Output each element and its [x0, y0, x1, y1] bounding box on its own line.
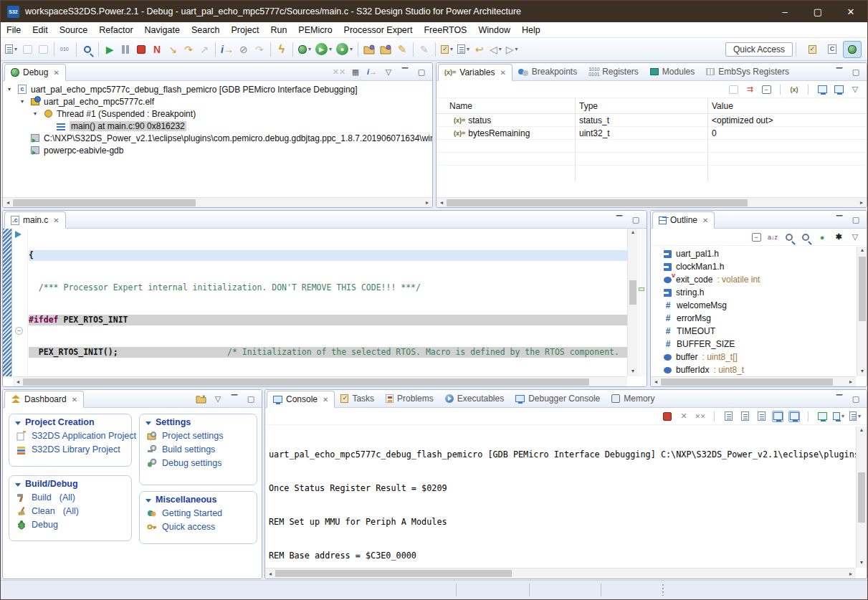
- view-menu-icon[interactable]: ▽: [849, 232, 861, 243]
- skip-breakpoints-button[interactable]: ⊘: [237, 41, 251, 58]
- remove-all-terminated-button[interactable]: ✕✕: [695, 411, 706, 422]
- resume-button[interactable]: ▶: [102, 41, 117, 58]
- outline-item-macro[interactable]: #errorMsg: [654, 312, 867, 325]
- outline-item-macro[interactable]: #TIMEOUT: [654, 325, 867, 338]
- step-over-button[interactable]: ↷: [181, 41, 196, 58]
- debug-hscroll-thumb[interactable]: [13, 199, 196, 206]
- console-hscroll-thumb[interactable]: [275, 570, 512, 577]
- open-perspective-button[interactable]: [803, 41, 821, 58]
- outline-vscrollbar[interactable]: ▴ ▾: [857, 247, 867, 376]
- hide-non-public-button[interactable]: ●: [816, 232, 828, 243]
- add-global-variables-button[interactable]: (x): [788, 84, 800, 95]
- import-example-button[interactable]: [362, 41, 377, 58]
- instruction-stepping-toggle[interactable]: i→: [366, 66, 378, 77]
- console-vscrollbar[interactable]: ▴ ▾: [856, 427, 867, 568]
- open-type-hierarchy-button[interactable]: ▾: [456, 41, 471, 58]
- column-value[interactable]: Value: [707, 101, 867, 111]
- menu-refactor[interactable]: Refactor: [93, 22, 138, 37]
- quick-access-box[interactable]: Quick Access: [725, 42, 793, 57]
- instruction-stepping-button[interactable]: i→: [219, 41, 235, 58]
- group-header[interactable]: Build/Debug: [9, 476, 131, 490]
- tab-memory[interactable]: Memory: [606, 390, 660, 407]
- minimize-button[interactable]: –: [768, 1, 801, 22]
- table-header[interactable]: Name Type Value: [437, 98, 867, 114]
- dashboard-item-quick-access[interactable]: Quick access: [140, 520, 257, 533]
- clear-console-button[interactable]: [722, 411, 734, 422]
- column-name[interactable]: Name: [437, 101, 575, 111]
- show-on-stdout-button[interactable]: [772, 411, 783, 422]
- outline-item-variable[interactable]: exit_code : volatile int: [654, 273, 867, 286]
- tab-problems[interactable]: Problems: [380, 390, 439, 407]
- maximize-view-button[interactable]: ▢: [630, 214, 642, 225]
- code-line[interactable]: {: [29, 250, 627, 261]
- sort-button[interactable]: a↓z: [767, 232, 778, 243]
- maximize-view-button[interactable]: ▢: [850, 393, 862, 404]
- tab-dashboard[interactable]: Dashboard ✕: [4, 391, 84, 408]
- dashboard-item-getting-started[interactable]: Getting Started: [140, 506, 257, 520]
- group-header[interactable]: Project Creation: [9, 414, 131, 429]
- display-selected-console-button[interactable]: ▾: [833, 411, 844, 422]
- format-button[interactable]: ✎: [417, 41, 431, 58]
- menu-search[interactable]: Search: [186, 22, 226, 37]
- forward-button[interactable]: ▷▾: [505, 41, 520, 58]
- code-area[interactable]: { /*** Processor Expert internal initial…: [29, 229, 627, 376]
- console-output[interactable]: uart_pal_echo_mpc5777c_debug_flash_pemic…: [265, 427, 856, 568]
- dashboard-item-build-settings[interactable]: Build settings: [140, 442, 257, 456]
- suspend-button[interactable]: [118, 41, 133, 58]
- outline-hscroll-thumb[interactable]: [661, 378, 833, 386]
- hide-fields-button[interactable]: [783, 232, 795, 243]
- perspective-cpp-button[interactable]: C: [823, 41, 841, 58]
- group-header[interactable]: Miscellaneous: [140, 492, 257, 506]
- terminate-button[interactable]: [662, 411, 673, 422]
- dashboard-item-debug-settings[interactable]: Debug settings: [140, 456, 257, 470]
- console-hscrollbar[interactable]: ◂ ▸: [265, 568, 856, 578]
- table-row[interactable]: (x)=status status_t <optimized out>: [437, 114, 867, 127]
- tree-row-elf[interactable]: ▾uart_pal_echo_mpc5777c.elf: [3, 95, 432, 108]
- show-logical-structure-button[interactable]: ⇉: [744, 84, 755, 95]
- tab-registers[interactable]: 10100101Registers: [583, 63, 644, 80]
- word-wrap-button[interactable]: [755, 411, 767, 422]
- step-into-button[interactable]: ↘: [166, 41, 180, 58]
- outline-item-include[interactable]: string.h: [654, 286, 867, 299]
- tab-variables[interactable]: (x)= Variables ✕: [438, 64, 512, 81]
- tab-breakpoints[interactable]: Breakpoints: [512, 63, 583, 80]
- close-icon[interactable]: ✕: [323, 396, 328, 404]
- menu-freertos[interactable]: FreeRTOS: [418, 22, 472, 37]
- checklist-button[interactable]: ▾: [439, 41, 454, 58]
- variables-hscrollbar[interactable]: ◂ ▸: [437, 197, 867, 207]
- collapse-all-button[interactable]: −: [750, 232, 762, 243]
- tab-outline[interactable]: Outline ✕: [652, 211, 715, 229]
- outline-item-variable[interactable]: bufferIdx : uint8_t: [654, 363, 867, 376]
- outline-hscrollbar[interactable]: ◂ ▸: [651, 376, 856, 386]
- minimize-view-button[interactable]: ▔: [229, 393, 240, 404]
- close-button[interactable]: ✕: [834, 1, 867, 22]
- table-row[interactable]: (x)=bytesRemaining uint32_t 0: [437, 127, 867, 140]
- outline-vscroll-thumb[interactable]: [859, 257, 866, 321]
- menu-file[interactable]: File: [1, 22, 27, 37]
- maximize-view-button[interactable]: ▢: [850, 214, 862, 225]
- menu-pemicro[interactable]: PEMicro: [292, 22, 338, 37]
- tree-row-thread[interactable]: ▾Thread #1 (Suspended : Breakpoint): [3, 108, 432, 120]
- view-menu-icon[interactable]: ▽: [849, 84, 861, 95]
- show-type-names-button[interactable]: [728, 84, 739, 95]
- outline-item-macro[interactable]: #welcomeMsg: [654, 299, 867, 312]
- statusbar-drag-handle[interactable]: [662, 584, 664, 596]
- tab-executables[interactable]: Executables: [439, 390, 510, 407]
- console-vscroll-thumb[interactable]: [858, 472, 865, 523]
- view-menu-icon[interactable]: ▽: [383, 66, 394, 77]
- outline-item-include[interactable]: clockMan1.h: [654, 260, 867, 273]
- minimize-view-button[interactable]: ▔: [399, 66, 411, 77]
- export-example-button[interactable]: [378, 41, 394, 58]
- dashboard-item-project-settings[interactable]: Project settings: [140, 429, 257, 442]
- open-element-button[interactable]: [80, 41, 95, 58]
- debug-launch-button[interactable]: ▾: [297, 41, 313, 58]
- menu-project[interactable]: Project: [226, 22, 265, 37]
- close-icon[interactable]: ✕: [702, 216, 708, 224]
- editor-overview-ruler[interactable]: [637, 229, 647, 376]
- scroll-lock-button[interactable]: [739, 411, 750, 422]
- save-all-button[interactable]: [36, 41, 50, 58]
- tab-debug[interactable]: Debug ✕: [4, 64, 66, 81]
- binary-view-button[interactable]: 010: [58, 41, 72, 58]
- menu-window[interactable]: Window: [472, 22, 515, 37]
- dashboard-item-application-project[interactable]: S32DS Application Project: [9, 429, 131, 442]
